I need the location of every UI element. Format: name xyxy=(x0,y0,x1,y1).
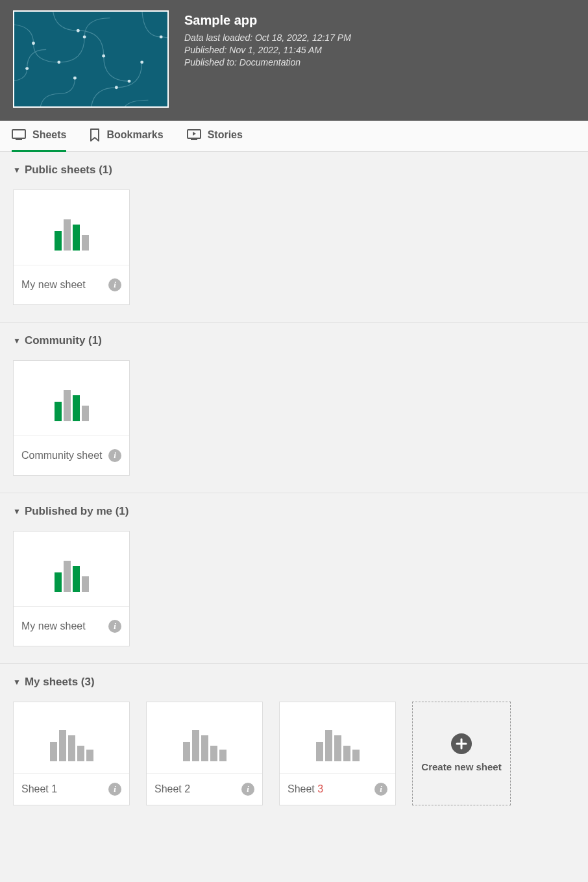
section-community: ▼ Community (1) Community sheet i xyxy=(0,323,588,493)
svg-rect-16 xyxy=(191,139,197,140)
tab-bookmarks[interactable]: Bookmarks xyxy=(90,121,163,152)
sheet-preview xyxy=(14,361,129,436)
info-icon[interactable]: i xyxy=(241,783,254,796)
info-icon[interactable]: i xyxy=(108,449,121,462)
app-published-to: Published to: Documentation xyxy=(184,56,351,69)
sheet-label: Sheet 3 xyxy=(288,783,323,795)
tab-stories-label: Stories xyxy=(208,129,243,141)
app-thumbnail[interactable] xyxy=(13,10,169,108)
disclosure-triangle-icon: ▼ xyxy=(13,678,21,687)
section-title-published-by-me: Published by me (1) xyxy=(25,505,129,518)
section-header-public[interactable]: ▼ Public sheets (1) xyxy=(13,164,575,177)
sheet-preview xyxy=(280,702,395,774)
svg-point-11 xyxy=(160,36,163,39)
tab-stories[interactable]: Stories xyxy=(187,121,243,152)
section-header-my-sheets[interactable]: ▼ My sheets (3) xyxy=(13,676,575,689)
create-new-sheet-label: Create new sheet xyxy=(415,761,508,774)
section-title-public: Public sheets (1) xyxy=(25,164,112,177)
svg-point-1 xyxy=(32,42,35,45)
app-data-loaded: Data last loaded: Oct 18, 2022, 12:17 PM xyxy=(184,32,351,44)
sheet-preview xyxy=(147,702,262,774)
app-published: Published: Nov 1, 2022, 11:45 AM xyxy=(184,44,351,56)
plus-icon xyxy=(451,733,472,754)
svg-point-8 xyxy=(140,60,143,64)
svg-rect-12 xyxy=(12,130,25,138)
sheet-card[interactable]: Sheet 2 i xyxy=(146,702,263,805)
sheet-preview xyxy=(14,190,129,265)
sheet-preview xyxy=(14,702,129,774)
sheets-icon xyxy=(12,129,26,141)
svg-point-2 xyxy=(57,60,60,64)
info-icon[interactable]: i xyxy=(108,278,121,291)
svg-point-10 xyxy=(73,77,77,80)
stories-icon xyxy=(187,129,201,141)
content-area: ▼ Public sheets (1) My new sheet i xyxy=(0,152,588,848)
info-icon[interactable]: i xyxy=(374,783,387,796)
sheet-label: My new sheet xyxy=(21,279,86,291)
sheet-card[interactable]: Community sheet i xyxy=(13,360,130,476)
svg-point-5 xyxy=(102,55,105,58)
info-icon[interactable]: i xyxy=(108,783,121,796)
sheet-label: Sheet 1 xyxy=(21,783,57,795)
section-published-by-me: ▼ Published by me (1) My new sheet i xyxy=(0,493,588,664)
svg-point-4 xyxy=(77,29,80,32)
svg-rect-0 xyxy=(14,12,167,106)
svg-marker-15 xyxy=(193,132,196,136)
section-my-sheets: ▼ My sheets (3) Sheet 1 i xyxy=(0,664,588,822)
section-title-community: Community (1) xyxy=(25,334,102,347)
svg-point-6 xyxy=(128,80,131,83)
disclosure-triangle-icon: ▼ xyxy=(13,507,21,516)
section-header-community[interactable]: ▼ Community (1) xyxy=(13,334,575,347)
sheet-label: Sheet 2 xyxy=(154,783,190,795)
section-header-published-by-me[interactable]: ▼ Published by me (1) xyxy=(13,505,575,518)
svg-point-9 xyxy=(115,86,118,89)
section-title-my-sheets: My sheets (3) xyxy=(25,676,95,689)
sheet-label: My new sheet xyxy=(21,620,86,632)
sheet-card[interactable]: Sheet 1 i xyxy=(13,702,130,805)
svg-rect-13 xyxy=(16,139,22,140)
sheet-label: Community sheet xyxy=(21,450,103,461)
create-new-sheet-button[interactable]: Create new sheet xyxy=(412,702,511,805)
tab-bar: Sheets Bookmarks Stories xyxy=(0,121,588,152)
disclosure-triangle-icon: ▼ xyxy=(13,165,21,175)
app-header: Sample app Data last loaded: Oct 18, 202… xyxy=(0,0,588,121)
sheet-card[interactable]: My new sheet i xyxy=(13,531,130,646)
tab-sheets-label: Sheets xyxy=(32,129,66,141)
section-public-sheets: ▼ Public sheets (1) My new sheet i xyxy=(0,152,588,323)
sheet-card[interactable]: My new sheet i xyxy=(13,190,130,305)
bookmark-icon xyxy=(90,129,100,141)
sheet-card[interactable]: Sheet 3 i xyxy=(279,702,396,805)
app-title: Sample app xyxy=(184,13,351,28)
tab-bookmarks-label: Bookmarks xyxy=(106,129,163,141)
disclosure-triangle-icon: ▼ xyxy=(13,336,21,345)
info-icon[interactable]: i xyxy=(108,620,121,633)
svg-point-3 xyxy=(83,36,86,39)
svg-point-7 xyxy=(25,67,29,70)
sheet-preview xyxy=(14,532,129,607)
app-metadata: Sample app Data last loaded: Oct 18, 202… xyxy=(184,10,351,108)
tab-sheets[interactable]: Sheets xyxy=(12,121,66,152)
